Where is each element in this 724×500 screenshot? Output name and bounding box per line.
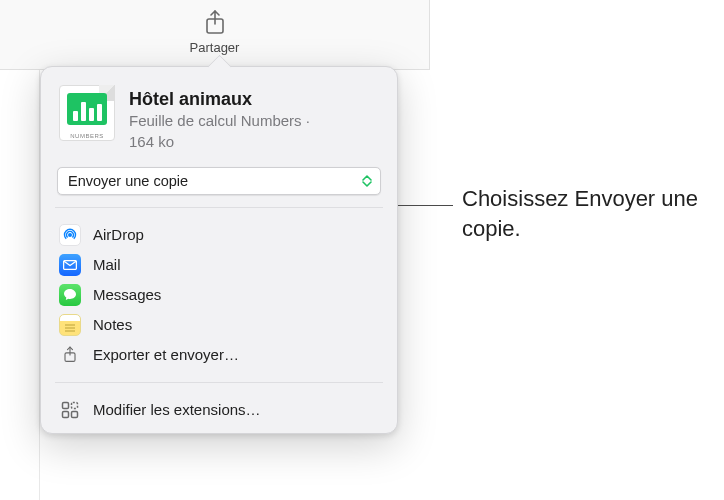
document-info: Hôtel animaux Feuille de calcul Numbers …: [129, 85, 310, 153]
share-item-label: Notes: [93, 316, 132, 333]
messages-icon: [59, 284, 81, 306]
share-popover: NUMBERS Hôtel animaux Feuille de calcul …: [40, 66, 398, 434]
share-item-label: Messages: [93, 286, 161, 303]
share-icon[interactable]: [202, 8, 228, 38]
svg-rect-10: [72, 411, 78, 417]
send-mode-label: Envoyer une copie: [68, 173, 188, 189]
callout-text: Choisissez Envoyer une copie.: [462, 184, 722, 243]
share-item-messages[interactable]: Messages: [55, 280, 383, 310]
send-mode-select[interactable]: Envoyer une copie: [57, 167, 381, 195]
svg-point-1: [68, 233, 72, 237]
svg-rect-9: [63, 411, 69, 417]
notes-icon: [59, 314, 81, 336]
callout-leader-line: [398, 205, 453, 206]
document-header: NUMBERS Hôtel animaux Feuille de calcul …: [41, 85, 397, 167]
share-item-label: Exporter et envoyer…: [93, 346, 239, 363]
document-size: 164 ko: [129, 132, 310, 152]
share-item-label: AirDrop: [93, 226, 144, 243]
extensions-icon: [59, 399, 81, 421]
export-icon: [59, 344, 81, 366]
share-item-airdrop[interactable]: AirDrop: [55, 220, 383, 250]
chevron-up-down-icon: [358, 171, 376, 191]
divider: [55, 207, 383, 208]
background-strip: [0, 70, 40, 500]
svg-rect-8: [72, 402, 78, 408]
airdrop-icon: [59, 224, 81, 246]
divider: [55, 382, 383, 383]
document-type: Feuille de calcul Numbers ·: [129, 111, 310, 131]
toolbar-share-label: Partager: [190, 40, 240, 55]
share-targets-list: AirDrop Mail Messages Notes: [41, 220, 397, 370]
share-item-label: Mail: [93, 256, 121, 273]
edit-extensions-item[interactable]: Modifier les extensions…: [55, 395, 383, 425]
svg-rect-7: [63, 402, 69, 408]
mail-icon: [59, 254, 81, 276]
share-item-notes[interactable]: Notes: [55, 310, 383, 340]
share-item-mail[interactable]: Mail: [55, 250, 383, 280]
edit-extensions-label: Modifier les extensions…: [93, 401, 261, 418]
document-title: Hôtel animaux: [129, 89, 310, 110]
share-item-export[interactable]: Exporter et envoyer…: [55, 340, 383, 370]
numbers-file-icon: NUMBERS: [59, 85, 115, 141]
